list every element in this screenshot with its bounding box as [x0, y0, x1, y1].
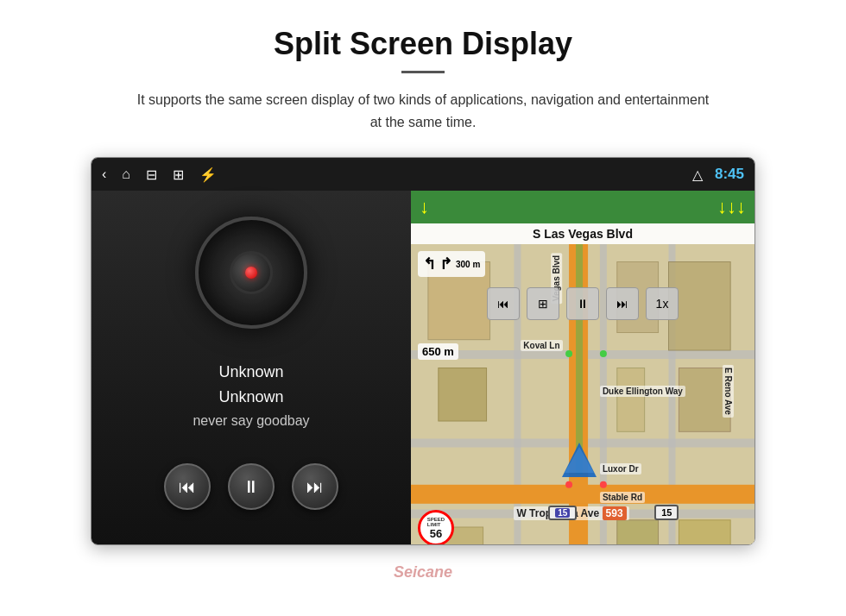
svg-rect-18	[679, 520, 730, 544]
back-icon[interactable]: ‹	[102, 167, 106, 182]
track-name: never say goodbay	[193, 413, 309, 429]
nav-arrow-down-1: ↓	[420, 196, 429, 218]
turn-left-icon: ↰	[423, 255, 436, 273]
split-area: Unknown Unknown never say goodbay ⏮ ⏸ ⏭ …	[92, 191, 754, 544]
street-label-koval: Koval Ln	[521, 340, 562, 351]
nav-panel: ↓ ↓ ↓ ↓ S Las Vegas Blvd	[411, 191, 754, 544]
map-prev-icon: ⏮	[497, 297, 509, 311]
prev-icon: ⏮	[179, 477, 196, 497]
svg-point-21	[565, 350, 572, 357]
apps-icon[interactable]: ⊟	[146, 167, 157, 183]
svg-point-20	[600, 481, 607, 488]
turn-instruction: ↰ ↱ 300 m	[418, 251, 485, 277]
track-title: Unknown	[193, 363, 309, 381]
distance-650: 650 m	[418, 343, 458, 360]
map-speed-button[interactable]: 1x	[646, 287, 679, 320]
play-pause-button[interactable]: ⏸	[228, 463, 275, 510]
next-icon: ⏭	[306, 477, 324, 497]
map-pause-icon: ⏸	[577, 297, 589, 311]
album-art-dot	[245, 267, 257, 279]
play-pause-icon: ⏸	[243, 477, 260, 497]
street-label-stable: Stable Rd	[600, 492, 645, 503]
map-pause-button[interactable]: ⏸	[566, 287, 599, 320]
device-frame: ‹ ⌂ ⊟ ⊞ ⚡ △ 8:45 Unknown Unknown never s…	[91, 157, 755, 545]
music-panel: Unknown Unknown never say goodbay ⏮ ⏸ ⏭ …	[92, 191, 411, 544]
route-15-badge-2: 15	[654, 505, 679, 520]
svg-point-22	[600, 350, 607, 357]
route-15-badge: 15	[548, 506, 577, 520]
nav-arrow-down-3: ↓	[727, 196, 736, 218]
next-button[interactable]: ⏭	[292, 463, 338, 510]
title-divider	[401, 71, 445, 73]
map-speed-label: 1x	[656, 297, 669, 311]
track-info: Unknown Unknown never say goodbay	[193, 363, 309, 429]
album-art-inner	[230, 251, 273, 294]
usb-icon: ⚡	[199, 167, 217, 183]
nav-icons: ‹ ⌂ ⊟ ⊞ ⚡	[102, 167, 677, 183]
nav-arrow-down-4: ↓	[736, 196, 746, 218]
svg-point-19	[565, 481, 572, 488]
street-name-bar: S Las Vegas Blvd	[411, 223, 754, 244]
right-icons: △ 8:45	[692, 166, 744, 183]
music-controls: ⏮ ⏸ ⏭	[164, 463, 338, 510]
gallery-icon[interactable]: ⊞	[173, 167, 184, 183]
map-next-icon: ⏭	[616, 297, 628, 311]
street-label-reno: E Reno Ave	[723, 365, 734, 418]
street-label-duke: Duke Ellington Way	[600, 386, 685, 397]
eject-icon: △	[692, 167, 703, 183]
nav-top-bar: ↓ ↓ ↓ ↓	[411, 191, 754, 223]
speed-limit-label: SPEEDLIMIT	[427, 517, 445, 527]
track-artist: Unknown	[193, 388, 309, 406]
turn-distance: 300 m	[456, 260, 480, 269]
svg-rect-17	[617, 520, 659, 544]
svg-rect-8	[411, 485, 754, 504]
home-icon[interactable]: ⌂	[122, 167, 130, 182]
svg-rect-11	[439, 368, 487, 422]
map-next-button[interactable]: ⏭	[606, 287, 639, 320]
turn-right-icon: ↱	[439, 255, 452, 273]
time-display: 8:45	[715, 166, 744, 183]
speed-limit-sign: SPEEDLIMIT 56	[418, 510, 454, 544]
map-area: Vegas Blvd Koval Ln Duke Ellington Way L…	[411, 244, 754, 544]
nav-arrow-down-2: ↓	[717, 196, 727, 218]
street-label-luxor: Luxor Dr	[600, 463, 641, 475]
map-chapters-button[interactable]: ⊞	[527, 287, 559, 320]
svg-rect-14	[617, 368, 645, 432]
map-chapters-icon: ⊞	[538, 297, 548, 311]
page-title: Split Screen Display	[274, 26, 572, 62]
svg-rect-9	[576, 244, 583, 475]
speed-limit-number: 56	[430, 527, 442, 540]
page-description: It supports the same screen display of t…	[129, 89, 717, 133]
status-bar: ‹ ⌂ ⊟ ⊞ ⚡ △ 8:45	[92, 158, 754, 191]
map-prev-button[interactable]: ⏮	[487, 287, 520, 320]
album-art	[195, 217, 307, 329]
map-playback-controls: ⏮ ⊞ ⏸ ⏭ 1x	[411, 287, 754, 320]
prev-button[interactable]: ⏮	[164, 463, 211, 510]
